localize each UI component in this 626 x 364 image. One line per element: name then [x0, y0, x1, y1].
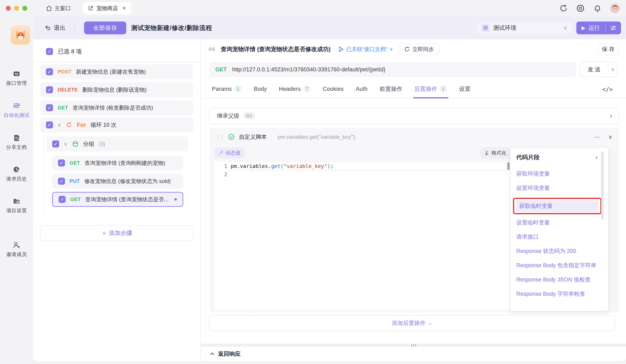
send-button[interactable]: 发 送 [581, 66, 608, 73]
snippet-item[interactable]: 获取环境变量 [516, 169, 599, 178]
sidebar-item-share-docs[interactable]: 分享文档 [0, 134, 33, 151]
select-all-checkbox[interactable]: ✓ [46, 48, 53, 55]
loop-step-row[interactable]: ✓ ∨ For 循环 10 次 [40, 117, 193, 132]
run-label: 运行 [588, 24, 600, 32]
step-detail-header: #4 查询宠物详情 (查询宠物状态是否修改成功) 已关联“接口文档” ∨ 立即同… [201, 39, 626, 59]
annotation-red-box: 获取临时变量 [513, 198, 602, 214]
step-checkbox[interactable]: ✓ [52, 140, 59, 147]
sidebar-item-request-history[interactable]: 请求历史 [0, 166, 33, 182]
tab-post-actions[interactable]: 后置操作1 [414, 80, 447, 98]
refresh-icon[interactable] [559, 4, 568, 12]
step-checkbox[interactable]: ✓ [58, 160, 65, 166]
editor-scrollbar[interactable] [507, 162, 510, 170]
gear-icon[interactable] [576, 4, 585, 12]
step-row-delete[interactable]: ✓ DELETE 删除宠物信息 (删除该宠物) [40, 82, 193, 97]
tab-label: Cookies [323, 86, 344, 92]
sidebar-item-api-management[interactable]: 接口管理 [0, 70, 33, 86]
group-step-get-2-selected[interactable]: ✓ GET 查询宠物详情 (查询宠物状态是否... [52, 192, 183, 207]
tab-cookies[interactable]: Cookies [323, 80, 344, 98]
step-row-get[interactable]: ✓ GET 查询宠物详情 (检查删除是否成功) [40, 100, 193, 115]
step-checkbox[interactable]: ✓ [58, 178, 65, 185]
step-checkbox[interactable]: ✓ [46, 104, 53, 111]
save-button[interactable]: 保 存 [598, 43, 619, 55]
group-icon [72, 141, 79, 147]
sidebar-item-invite-members[interactable]: 邀请成员 [0, 241, 33, 258]
group-step-get-1[interactable]: ✓ GET 查询宠物详情 (查询刚刚建的宠物) [52, 156, 183, 170]
request-url: http://127.0.0.1:4523/m1/3760340-3391760… [232, 66, 386, 73]
script-code-editor[interactable]: 1 2 pm.variables.get("variable_key"); [214, 161, 510, 310]
window-close-icon[interactable] [6, 6, 11, 11]
home-window-button[interactable]: 主窗口 [46, 5, 71, 12]
window-maximize-icon[interactable] [22, 6, 27, 11]
sidebar-item-automated-testing[interactable]: 自动化测试 [0, 102, 33, 119]
snippet-item[interactable]: Response Body 包含指定字符串 [516, 261, 599, 270]
add-step-button[interactable]: ＋ 添加步骤 [40, 225, 193, 241]
exit-button[interactable]: 退出 [45, 24, 65, 32]
window-controls [6, 6, 27, 11]
tab-label: 后置操作 [414, 85, 437, 93]
sidebar-item-label: 接口管理 [6, 80, 27, 86]
avatar[interactable] [610, 3, 620, 13]
snippets-header[interactable]: 代码片段 › [516, 153, 597, 161]
project-logo[interactable] [11, 25, 30, 45]
send-button-group: 发 送 ∨ [580, 62, 618, 77]
tab-pre-actions[interactable]: 前置操作 [380, 80, 402, 98]
group-row[interactable]: ✓ ∨ 分组 (3) [46, 136, 188, 151]
drag-handle-icon[interactable]: ⋮⋮ [215, 134, 223, 140]
save-all-button[interactable]: 全部保存 [84, 22, 126, 34]
step-row-post[interactable]: ✓ POST 新建宠物信息 (新建在售宠物) [40, 64, 193, 79]
api-management-icon [13, 70, 20, 78]
window-minimize-icon[interactable] [14, 6, 19, 11]
tab-headers[interactable]: Headers7 [279, 80, 311, 98]
collapse-chevron-icon[interactable]: ∨ [608, 134, 612, 140]
code-token: pm.variables. [231, 163, 271, 169]
enabled-check-icon[interactable] [228, 133, 235, 140]
inherit-parent-card[interactable]: 继承父级 0/1 › [209, 107, 619, 124]
environment-select[interactable]: 测 测试环境 ∨ [477, 22, 572, 34]
run-settings-button[interactable] [606, 24, 621, 32]
send-options-button[interactable]: ∨ [608, 67, 617, 72]
linked-doc-button[interactable]: 已关联“接口文档” ∨ [338, 46, 393, 53]
add-post-action-button[interactable]: 添加后置操作 ⌄ [209, 315, 615, 331]
snippet-item[interactable]: 请求接口 [516, 232, 599, 241]
code-token: ) [327, 163, 330, 169]
loop-guide-line [44, 134, 44, 213]
url-input[interactable]: GET http://127.0.0.1:4523/m1/3760340-339… [209, 62, 576, 77]
dynamic-value-button[interactable]: 动态值 [214, 147, 245, 158]
sidebar-item-label: 分享文档 [6, 144, 27, 151]
tab-auth[interactable]: Auth [356, 80, 368, 98]
group-step-put[interactable]: ✓ PUT 修改宠物信息 (修改宠物状态为 sold) [52, 174, 183, 189]
snippet-item[interactable]: Response Body JSON 值检查 [516, 275, 599, 284]
request-tabs: Params1 Body Headers7 Cookies Auth 前置操作 … [201, 80, 626, 99]
close-icon[interactable]: ✕ [122, 5, 126, 11]
step-checkbox[interactable]: ✓ [46, 121, 53, 129]
response-collapsed-bar[interactable]: 返回响应 [201, 347, 626, 361]
more-icon[interactable]: ⋯ [594, 133, 600, 141]
project-tab[interactable]: 宠物商店 ✕ [83, 2, 131, 14]
step-checkbox[interactable]: ✓ [46, 68, 53, 75]
response-splitter-handle[interactable] [201, 344, 626, 347]
bell-icon[interactable] [593, 4, 602, 12]
snippets-title: 代码片段 [516, 153, 540, 161]
chevron-down-icon[interactable]: ∨ [64, 141, 68, 147]
step-checkbox[interactable]: ✓ [46, 86, 53, 93]
snippet-item-highlighted[interactable]: 获取临时变量 [516, 200, 598, 212]
snippet-item[interactable]: Response 状态码为 200 [516, 247, 599, 256]
tab-body[interactable]: Body [254, 80, 267, 98]
step-checkbox[interactable]: ✓ [59, 196, 66, 203]
share-docs-icon [13, 134, 20, 142]
snippet-item[interactable]: Response Body 字符串检查 [516, 289, 599, 298]
format-button[interactable]: 格式化 [480, 147, 510, 158]
request-url-row: GET http://127.0.0.1:4523/m1/3760340-339… [209, 62, 618, 77]
code-view-icon[interactable]: </> [602, 86, 613, 93]
snippet-item[interactable]: 设置环境变量 [516, 183, 599, 193]
tab-settings[interactable]: 设置 [459, 80, 470, 98]
header-divider [75, 23, 75, 33]
tab-params[interactable]: Params1 [212, 80, 242, 98]
sidebar-item-project-settings[interactable]: 项目设置 [0, 197, 33, 214]
snippets-scrollbar[interactable] [601, 151, 604, 220]
snippet-item[interactable]: 设置临时变量 [516, 218, 599, 227]
sync-now-button[interactable]: 立即同步 [399, 43, 439, 55]
run-button[interactable]: ▶ 运行 [576, 24, 605, 32]
chevron-down-icon[interactable]: ∨ [58, 122, 61, 128]
